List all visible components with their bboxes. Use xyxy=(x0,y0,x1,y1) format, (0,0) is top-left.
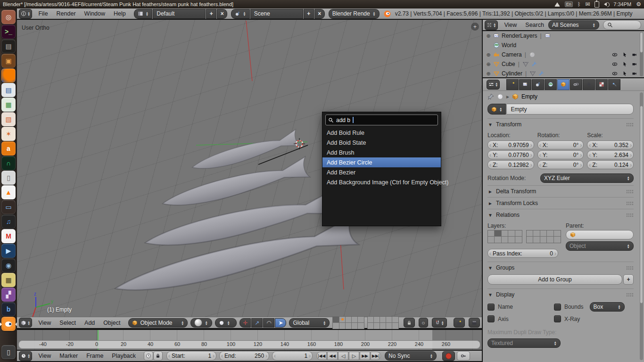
sync-mode-dropdown[interactable]: No Sync xyxy=(385,351,437,361)
dock-icon-app-orange[interactable]: ▣ xyxy=(1,54,16,68)
dock-icon-app-grey[interactable]: ▯ xyxy=(1,171,16,185)
panel-drag-dots-icon[interactable] xyxy=(626,123,634,127)
rotation-x-field[interactable]: X:0° xyxy=(537,140,584,149)
search-result-item[interactable]: Add Boid State xyxy=(322,138,441,148)
layer-cell[interactable] xyxy=(508,230,515,237)
manipulator-scale-icon[interactable]: ◠ xyxy=(263,318,274,328)
frame-end-field[interactable]: End: 250 xyxy=(219,351,269,361)
layer-cell[interactable] xyxy=(392,317,398,323)
search-result-item[interactable]: Add Bezier Circle xyxy=(322,157,441,167)
screen-layout-delete-button[interactable] xyxy=(217,9,227,19)
layer-cell[interactable] xyxy=(386,323,392,329)
screen-layout-icon-button[interactable] xyxy=(134,9,152,19)
keying-set-button[interactable] xyxy=(457,351,470,361)
timeline-track-area[interactable]: -40-200204060801001201401601802002202402… xyxy=(17,329,482,350)
render-engine-dropdown[interactable]: Blender Render xyxy=(329,9,380,19)
layer-cell[interactable] xyxy=(374,323,380,329)
lock-to-scene-button[interactable] xyxy=(404,318,415,328)
location-z-field[interactable]: Z:0.12982 xyxy=(487,160,534,169)
manipulator-pointer-icon[interactable]: ➤ xyxy=(275,318,286,328)
menu-tl-marker[interactable]: Marker xyxy=(55,353,82,359)
panel-drag-dots-icon[interactable] xyxy=(626,266,634,270)
layer-cell[interactable] xyxy=(352,323,358,329)
outliner-row-cube[interactable]: ⊕ Cube | xyxy=(483,59,644,69)
outliner-search-input[interactable] xyxy=(603,20,641,30)
menu-file[interactable]: File xyxy=(34,10,52,17)
panel-header-delta-transform[interactable]: Delta Transform xyxy=(487,185,634,197)
expand-icon[interactable]: ⊕ xyxy=(486,52,491,58)
expand-icon[interactable]: ⊕ xyxy=(486,33,491,39)
selectability-cursor-icon[interactable] xyxy=(622,61,627,67)
visibility-eye-icon[interactable] xyxy=(612,61,618,67)
menu-outliner-view[interactable]: View xyxy=(500,22,521,28)
menu-render[interactable]: Render xyxy=(52,10,80,17)
rotation-mode-dropdown[interactable]: XYZ Euler xyxy=(540,173,634,183)
viewport-shading-dropdown[interactable] xyxy=(190,318,212,328)
screen-layout-name-field[interactable]: Default xyxy=(153,9,206,19)
dock-icon-firefox[interactable] xyxy=(1,68,16,82)
next-keyframe-button[interactable]: ▶▶ xyxy=(360,352,370,360)
operator-search-input[interactable]: add b xyxy=(325,115,438,125)
layer-cell[interactable] xyxy=(380,317,386,323)
panel-header-transform[interactable]: Transform xyxy=(487,118,634,130)
opengl-render-button[interactable] xyxy=(454,318,465,328)
transform-orientation-dropdown[interactable]: Global xyxy=(289,318,330,328)
layer-cell[interactable] xyxy=(527,237,533,243)
jump-to-start-button[interactable]: |◀◀ xyxy=(316,352,327,360)
menu-object[interactable]: Object xyxy=(99,320,124,326)
dock-icon-player[interactable]: ▶ xyxy=(1,244,16,258)
search-result-item[interactable]: Add Bezier xyxy=(322,167,441,177)
dock-icon-bapp[interactable]: b xyxy=(1,302,16,316)
scene-icon-button[interactable] xyxy=(231,9,249,19)
layer-cell[interactable] xyxy=(346,323,352,329)
menu-outliner-search[interactable]: Search xyxy=(521,22,548,28)
opengl-animation-button[interactable] xyxy=(469,318,480,328)
layer-cell[interactable] xyxy=(386,317,392,323)
object-name-input[interactable]: Empty xyxy=(506,104,634,115)
layer-cell[interactable] xyxy=(368,323,374,329)
layer-cell[interactable] xyxy=(554,237,561,243)
scene-name-field[interactable]: Scene xyxy=(250,9,303,19)
dock-icon-music[interactable]: ♫ xyxy=(1,214,16,229)
menu-add[interactable]: Add xyxy=(80,320,99,326)
dock-icon-dash[interactable]: ◎ xyxy=(1,10,16,24)
tab-scene[interactable] xyxy=(532,79,544,90)
dock-icon-software[interactable]: ✶ xyxy=(1,127,16,141)
mode-dropdown[interactable]: Object Mode xyxy=(128,318,188,328)
expand-icon[interactable]: ⊕ xyxy=(486,61,491,67)
screen-layout-add-button[interactable] xyxy=(206,9,216,19)
dock-icon-impress[interactable]: ▧ xyxy=(1,112,16,126)
manipulator-rotate-icon[interactable]: ↗ xyxy=(251,318,263,328)
layer-cell[interactable] xyxy=(346,317,352,323)
battery-icon[interactable] xyxy=(594,1,599,8)
layer-cell[interactable] xyxy=(502,237,508,243)
name-checkbox[interactable] xyxy=(487,304,495,311)
dock-icon-webcam[interactable]: ◉ xyxy=(1,258,16,272)
renderability-camera-icon[interactable] xyxy=(632,71,637,76)
menu-window[interactable]: Window xyxy=(80,10,109,17)
tab-texture[interactable] xyxy=(595,79,608,90)
layer-cell[interactable] xyxy=(547,237,553,243)
layer-cell[interactable] xyxy=(488,237,495,243)
parent-type-dropdown[interactable]: Object xyxy=(566,241,634,251)
layer-cell[interactable] xyxy=(533,237,540,243)
pin-icon[interactable] xyxy=(487,93,494,100)
panel-header-relations[interactable]: Relations xyxy=(487,209,634,221)
layer-cell[interactable] xyxy=(495,230,501,237)
parent-object-field[interactable] xyxy=(566,230,634,239)
dock-icon-terminal[interactable]: >_ xyxy=(1,25,16,39)
menu-view[interactable]: View xyxy=(34,320,55,326)
play-reverse-button[interactable]: ◁ xyxy=(338,352,348,360)
visibility-eye-icon[interactable] xyxy=(612,52,618,58)
panel-drag-dots-icon[interactable] xyxy=(626,213,634,217)
session-gear-icon[interactable]: ⚙ xyxy=(636,1,641,7)
menu-help[interactable]: Help xyxy=(109,10,130,17)
dock-icon-calc[interactable]: ▦ xyxy=(1,98,16,112)
panel-drag-dots-icon[interactable] xyxy=(626,293,634,297)
rotation-z-field[interactable]: Z:0° xyxy=(537,160,584,169)
dupli-draw-type-dropdown[interactable]: Textured xyxy=(487,338,561,348)
dock-icon-writer[interactable]: ▤ xyxy=(1,83,16,97)
location-x-field[interactable]: X:0.97059 xyxy=(487,140,534,149)
dock-icon-gmail[interactable]: M xyxy=(1,229,16,243)
layer-cell[interactable] xyxy=(333,317,339,323)
